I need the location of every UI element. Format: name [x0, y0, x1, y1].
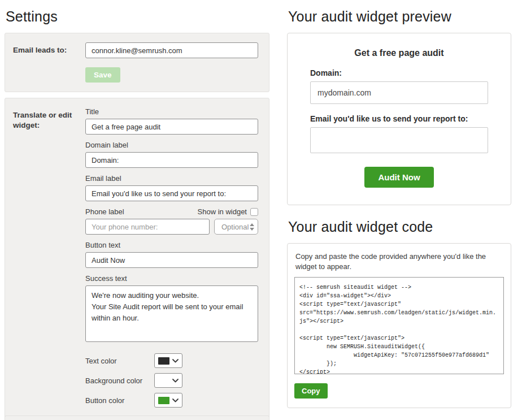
widget-code-panel: Copy and paste the code provided anywher… [287, 243, 511, 408]
button-color-swatch [158, 397, 169, 404]
widget-title: Get a free page audit [310, 48, 488, 58]
settings-heading: Settings [6, 8, 269, 25]
code-description: Copy and paste the code provided anywher… [295, 252, 503, 271]
chevron-down-icon [172, 359, 179, 363]
button-text-input[interactable] [85, 252, 258, 268]
preview-domain-label: Domain: [310, 68, 488, 77]
title-input[interactable] [85, 119, 258, 135]
show-in-widget-label: Show in widget [198, 207, 247, 216]
widget-preview-heading: Your audit widget preview [288, 8, 511, 25]
preview-email-label: Email you'd like us to send your report … [310, 114, 488, 123]
widget-code-heading: Your audit widget code [288, 219, 511, 235]
chevron-down-icon [172, 399, 179, 402]
chevron-down-icon [172, 379, 179, 383]
show-in-widget-checkbox[interactable] [250, 208, 258, 216]
domain-field-label: Domain label [85, 141, 258, 149]
translate-widget-label: Translate or edit widget: [13, 107, 85, 420]
widget-code-block[interactable]: <!-- semrush siteaudit widget --> <div i… [294, 277, 504, 374]
translate-widget-panel: Translate or edit widget: Title Domain l… [5, 98, 269, 420]
settings-column: Settings Email leads to: Save Translate … [5, 0, 269, 420]
domain-label-input[interactable] [85, 152, 258, 168]
text-color-select[interactable] [154, 353, 182, 368]
email-leads-input[interactable] [85, 42, 258, 58]
background-color-label: Background color [85, 376, 154, 385]
select-stepper-icon [250, 223, 254, 231]
preview-email-input[interactable] [310, 127, 488, 153]
phone-field-label: Phone label [85, 207, 124, 216]
email-leads-label: Email leads to: [13, 42, 85, 83]
background-color-swatch [158, 377, 169, 384]
text-color-swatch [158, 357, 169, 365]
success-text-field-label: Success text [85, 274, 258, 283]
next-settings-panel-edge [5, 415, 269, 420]
preview-column: Your audit widget preview Get a free pag… [287, 0, 511, 408]
success-text-textarea[interactable]: We're now auditing your website. Your Si… [85, 285, 258, 342]
phone-optional-selected-value: Optional [221, 223, 249, 231]
button-color-select[interactable] [154, 393, 182, 408]
preview-domain-input[interactable] [310, 81, 488, 104]
phone-optional-select[interactable]: Optional [214, 219, 258, 235]
phone-label-input[interactable] [85, 219, 210, 235]
email-leads-panel: Email leads to: Save [5, 33, 269, 92]
button-text-field-label: Button text [85, 241, 258, 249]
email-field-label: Email label [85, 174, 258, 183]
email-label-input[interactable] [85, 185, 258, 201]
email-save-button[interactable]: Save [85, 67, 120, 83]
background-color-select[interactable] [154, 373, 182, 388]
audit-now-button[interactable]: Audit Now [364, 167, 433, 188]
button-color-label: Button color [85, 396, 154, 405]
text-color-label: Text color [85, 357, 154, 365]
title-field-label: Title [85, 107, 258, 116]
copy-button[interactable]: Copy [294, 383, 328, 399]
widget-preview-panel: Get a free page audit Domain: Email you'… [287, 33, 511, 205]
